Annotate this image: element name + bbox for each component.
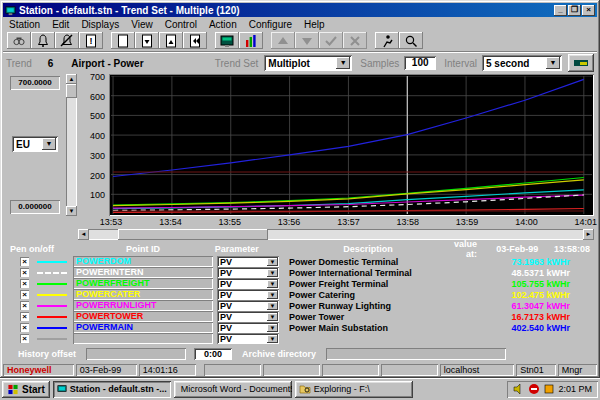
taskbar-task[interactable]: WMicrosoft Word - Document5 xyxy=(174,381,292,398)
pen-checkbox[interactable]: × xyxy=(20,257,29,266)
find-button[interactable] xyxy=(7,32,31,49)
point-id-field[interactable]: POWERINTERN xyxy=(73,267,213,278)
parameter-select[interactable]: PV▼ xyxy=(217,333,279,344)
point-id-field[interactable]: POWERRUNLIGHT xyxy=(73,300,213,311)
history-offset-value[interactable]: 0:00 xyxy=(194,348,232,360)
scroll-down-icon[interactable]: ▼ xyxy=(66,206,77,216)
windows-taskbar: Start Station - default.stn -...WMicroso… xyxy=(0,378,600,400)
point-value: 48.5371 kWHr xyxy=(471,268,596,278)
menu-action[interactable]: Action xyxy=(203,19,243,30)
eu-select[interactable]: EU ▼ xyxy=(12,136,58,152)
alarm-bell-button[interactable] xyxy=(31,32,55,49)
accept-button[interactable] xyxy=(319,32,343,49)
menu-configure[interactable]: Configure xyxy=(243,19,298,30)
point-id-field[interactable]: POWERFREIGHT xyxy=(73,278,213,289)
operator-button[interactable] xyxy=(375,32,399,49)
trend-set-select[interactable]: Multiplot ▼ xyxy=(264,55,352,71)
chevron-down-icon[interactable]: ▼ xyxy=(267,291,278,299)
point-value: 105.755 kWHr xyxy=(471,279,596,289)
trend-tool-button[interactable] xyxy=(568,54,594,72)
page-back-button[interactable] xyxy=(183,32,207,49)
maximize-button[interactable]: ❐ xyxy=(568,5,581,16)
point-id-field[interactable] xyxy=(73,333,213,344)
alarm-page-button[interactable]: ! xyxy=(79,32,103,49)
pen-checkbox[interactable]: × xyxy=(20,301,29,310)
trend-plot[interactable] xyxy=(109,74,594,216)
x-tick-label: 13:53 xyxy=(100,217,123,227)
tray-status-icon[interactable] xyxy=(543,383,555,395)
page-button[interactable] xyxy=(111,32,135,49)
point-id-field[interactable]: POWERCATER xyxy=(73,289,213,300)
taskbar-task[interactable]: Station - default.stn -... xyxy=(53,381,171,398)
pen-checkbox[interactable]: × xyxy=(20,323,29,332)
menu-station[interactable]: Station xyxy=(3,19,46,30)
point-id-field[interactable]: POWERTOWER xyxy=(73,311,213,322)
lower-button[interactable] xyxy=(295,32,319,49)
point-value: 102.475 kWHr xyxy=(471,290,596,300)
chevron-down-icon[interactable]: ▼ xyxy=(267,258,278,266)
menu-help[interactable]: Help xyxy=(298,19,331,30)
trend-number: 6 xyxy=(48,58,54,69)
system-tray: 2:01 PM xyxy=(507,381,598,398)
point-id-field[interactable]: POWERMAIN xyxy=(73,322,213,333)
zoom-button[interactable] xyxy=(399,32,423,49)
parameter-select[interactable]: PV▼ xyxy=(217,322,279,333)
scroll-right-icon[interactable]: ► xyxy=(583,229,594,240)
chevron-down-icon[interactable]: ▼ xyxy=(267,313,278,321)
menu-view[interactable]: View xyxy=(125,19,159,30)
pen-checkbox[interactable]: × xyxy=(20,279,29,288)
page-down-button[interactable] xyxy=(135,32,159,49)
samples-input[interactable]: 100 xyxy=(404,56,436,70)
chevron-down-icon[interactable]: ▼ xyxy=(267,324,278,332)
archive-directory-field[interactable] xyxy=(326,348,506,360)
point-value: 402.540 kWHr xyxy=(471,323,596,333)
alarm-ack-button[interactable] xyxy=(55,32,79,49)
close-button[interactable]: × xyxy=(582,5,595,16)
parameter-select[interactable]: PV▼ xyxy=(217,267,279,278)
menu-displays[interactable]: Displays xyxy=(75,19,125,30)
parameter-select[interactable]: PV▼ xyxy=(217,300,279,311)
volume-icon[interactable] xyxy=(513,383,525,395)
point-id-field[interactable]: POWERDOM xyxy=(73,256,213,267)
interval-select[interactable]: 5 second ▼ xyxy=(482,55,562,71)
pen-checkbox[interactable]: × xyxy=(20,312,29,321)
history-offset-field[interactable] xyxy=(86,348,186,360)
chevron-down-icon[interactable]: ▼ xyxy=(267,269,278,277)
chevron-down-icon[interactable]: ▼ xyxy=(336,57,350,69)
parameter-select[interactable]: PV▼ xyxy=(217,256,279,267)
point-value: 61.3047 kWHr xyxy=(471,301,596,311)
trend-button[interactable] xyxy=(239,32,263,49)
menu-control[interactable]: Control xyxy=(159,19,203,30)
start-button[interactable]: Start xyxy=(2,381,50,398)
display-button[interactable] xyxy=(215,32,239,49)
minimize-button[interactable]: _ xyxy=(554,5,567,16)
horizontal-scroll-thumb[interactable] xyxy=(118,229,268,240)
taskbar-clock[interactable]: 2:01 PM xyxy=(558,384,592,394)
parameter-select[interactable]: PV▼ xyxy=(217,278,279,289)
raise-button[interactable] xyxy=(271,32,295,49)
vertical-scroll-thumb[interactable] xyxy=(66,84,77,98)
history-row: History offset 0:00 Archive directory xyxy=(4,347,596,361)
chevron-down-icon[interactable]: ▼ xyxy=(546,57,560,69)
cancel-button[interactable] xyxy=(343,32,367,49)
scroll-left-icon[interactable]: ◄ xyxy=(78,229,89,240)
horizontal-scrollbar[interactable]: ◄ ► xyxy=(78,229,594,240)
chevron-down-icon[interactable]: ▼ xyxy=(267,335,278,343)
pen-table-row: ×PV▼ xyxy=(4,333,596,344)
tray-app-icon[interactable] xyxy=(528,383,540,395)
pen-checkbox[interactable]: × xyxy=(20,334,29,343)
scroll-up-icon[interactable]: ▲ xyxy=(66,74,77,84)
vertical-scrollbar[interactable]: ▲ ▼ xyxy=(66,74,77,216)
y-axis-low-limit[interactable]: 0.000000 xyxy=(10,200,60,214)
pen-checkbox[interactable]: × xyxy=(20,290,29,299)
pen-checkbox[interactable]: × xyxy=(20,268,29,277)
page-up-button[interactable] xyxy=(159,32,183,49)
chevron-down-icon[interactable]: ▼ xyxy=(42,138,56,150)
y-axis-high-limit[interactable]: 700.0000 xyxy=(10,76,60,90)
menu-edit[interactable]: Edit xyxy=(46,19,75,30)
parameter-select[interactable]: PV▼ xyxy=(217,311,279,322)
parameter-select[interactable]: PV▼ xyxy=(217,289,279,300)
chevron-down-icon[interactable]: ▼ xyxy=(267,302,278,310)
chevron-down-icon[interactable]: ▼ xyxy=(267,280,278,288)
taskbar-task[interactable]: Exploring - F:\ xyxy=(295,381,413,398)
